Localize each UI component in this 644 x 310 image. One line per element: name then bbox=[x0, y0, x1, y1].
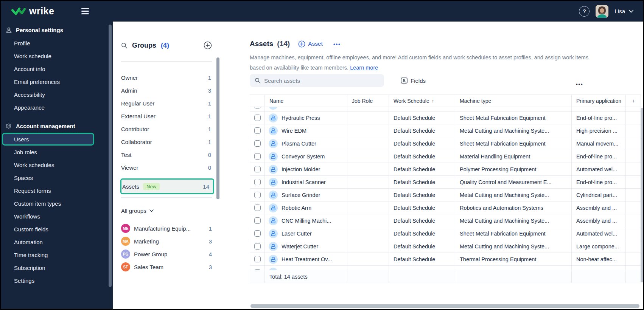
sidebar-item-users[interactable]: Users bbox=[2, 133, 94, 146]
sidebar-item[interactable]: Job roles bbox=[1, 146, 100, 158]
table-row[interactable]: Conveyor System Default Schedule Materia… bbox=[250, 150, 641, 163]
more-options-icon[interactable]: ••• bbox=[333, 41, 341, 47]
group-item[interactable]: ST Sales Team 3 bbox=[121, 260, 212, 273]
learn-more-link[interactable]: Learn more bbox=[350, 65, 378, 71]
sidebar-item[interactable]: Profile bbox=[1, 37, 100, 50]
sidebar-item[interactable]: Custom fields bbox=[1, 223, 100, 236]
table-row[interactable]: Laser Cutter Default Schedule Sheet Meta… bbox=[250, 227, 641, 240]
column-header-name[interactable]: Name bbox=[265, 95, 347, 107]
role-group-item[interactable]: Viewer 0 bbox=[121, 161, 212, 174]
account-management-header[interactable]: Account management bbox=[1, 119, 113, 133]
sidebar-item[interactable]: Account info bbox=[1, 62, 100, 75]
divider bbox=[121, 176, 212, 176]
asset-icon bbox=[269, 139, 278, 148]
table-row[interactable]: Waterjet Cutter Default Schedule Metal C… bbox=[250, 240, 641, 253]
user-name[interactable]: Lisa bbox=[614, 8, 625, 14]
row-checkbox[interactable] bbox=[254, 115, 261, 121]
vertical-scrollbar[interactable] bbox=[641, 108, 643, 282]
select-all-cell[interactable] bbox=[250, 95, 265, 107]
sidebar-item[interactable]: Request forms bbox=[1, 184, 100, 197]
search-icon[interactable] bbox=[121, 42, 128, 49]
table-row[interactable]: Plasma Cutter Default Schedule Sheet Met… bbox=[250, 137, 641, 150]
wrike-logo[interactable]: wrike bbox=[11, 6, 54, 17]
table-more-icon[interactable]: ••• bbox=[576, 81, 583, 87]
menu-icon[interactable] bbox=[81, 8, 89, 14]
row-checkbox[interactable] bbox=[254, 127, 261, 134]
role-group-item[interactable]: Owner 1 bbox=[121, 71, 212, 84]
groups-panel-scrollbar[interactable] bbox=[216, 57, 219, 199]
sidebar-item[interactable]: Automation bbox=[1, 236, 100, 248]
sidebar-item[interactable]: Spaces bbox=[1, 171, 100, 184]
asset-name: Surface Grinder bbox=[282, 192, 320, 198]
help-icon[interactable]: ? bbox=[579, 6, 590, 17]
partial-row-top bbox=[250, 107, 641, 112]
row-checkbox[interactable] bbox=[254, 140, 261, 147]
role-group-item[interactable]: Contributor 1 bbox=[121, 122, 212, 135]
chevron-down-icon[interactable] bbox=[629, 10, 633, 13]
sidebar-item[interactable]: Work schedule bbox=[1, 50, 100, 62]
sidebar-item[interactable]: Workflows bbox=[1, 210, 100, 223]
job-role-cell bbox=[347, 163, 389, 175]
job-role-cell bbox=[347, 189, 389, 201]
row-checkbox[interactable] bbox=[254, 179, 261, 185]
avatar[interactable] bbox=[596, 5, 608, 18]
column-header-primary-application[interactable]: Primary application bbox=[572, 95, 626, 107]
row-checkbox[interactable] bbox=[254, 153, 261, 160]
horizontal-scrollbar[interactable] bbox=[250, 304, 639, 308]
assets-group-item[interactable]: Assets New 14 bbox=[120, 178, 214, 194]
sidebar-item[interactable]: Appearance bbox=[1, 101, 100, 114]
add-asset-button[interactable]: Asset bbox=[298, 40, 323, 48]
row-checkbox[interactable] bbox=[254, 217, 261, 224]
machine-type-cell: Metal Cutting and Machining Syste... bbox=[455, 189, 572, 201]
role-group-item[interactable]: External User 1 bbox=[121, 110, 212, 122]
table-row[interactable]: Wire EDM Default Schedule Metal Cutting … bbox=[250, 124, 641, 137]
search-assets-input[interactable] bbox=[250, 74, 384, 87]
sidebar-item[interactable]: Accessibility bbox=[1, 88, 100, 101]
row-checkbox[interactable] bbox=[254, 269, 261, 270]
table-row[interactable]: Industrial Scanner Default Schedule Qual… bbox=[250, 176, 641, 189]
sidebar-item[interactable]: Work schedules bbox=[1, 158, 100, 171]
sidebar-item[interactable]: Subscription bbox=[1, 261, 100, 274]
table-footer-row: Total: 14 assets bbox=[250, 270, 641, 283]
add-column-button[interactable]: + bbox=[626, 95, 641, 107]
row-checkbox[interactable] bbox=[254, 243, 261, 250]
table-row[interactable]: CNC Milling Machi... Default Schedule Me… bbox=[250, 214, 641, 227]
table-row[interactable]: Surface Grinder Default Schedule Metal C… bbox=[250, 189, 641, 202]
role-group-item[interactable]: Test 0 bbox=[121, 148, 212, 161]
group-avatar: ST bbox=[121, 262, 130, 271]
role-group-item[interactable]: Collaborator 1 bbox=[121, 135, 212, 148]
table-row[interactable]: Injection Molder Default Schedule Polyme… bbox=[250, 163, 641, 176]
sort-asc-icon[interactable]: ↑ bbox=[432, 98, 434, 104]
work-schedule-cell: Default Schedule bbox=[389, 227, 455, 240]
add-group-icon[interactable] bbox=[204, 41, 212, 50]
sidebar-item[interactable]: Custom item types bbox=[1, 197, 100, 210]
column-header-machine-type[interactable]: Machine type bbox=[455, 95, 572, 107]
column-header-job-role[interactable]: Job Role bbox=[347, 95, 389, 107]
asset-name: Plasma Cutter bbox=[282, 141, 316, 147]
assets-count: (14) bbox=[277, 40, 290, 48]
group-item[interactable]: MA Marketing 3 bbox=[121, 235, 212, 248]
role-group-item[interactable]: Admin 3 bbox=[121, 84, 212, 97]
sidebar-item[interactable]: Email preferences bbox=[1, 75, 100, 88]
row-checkbox[interactable] bbox=[254, 230, 261, 237]
all-groups-toggle[interactable]: All groups bbox=[121, 205, 212, 216]
sidebar-scrollbar[interactable] bbox=[109, 25, 112, 287]
fields-button[interactable]: Fields bbox=[401, 78, 426, 84]
role-group-item[interactable]: Regular User 1 bbox=[121, 97, 212, 110]
sidebar-item[interactable]: Settings bbox=[1, 274, 100, 287]
table-row[interactable]: Heat Treatment Ov... Default Schedule Th… bbox=[250, 253, 641, 266]
total-assets-label: Total: 14 assets bbox=[265, 270, 347, 283]
row-checkbox[interactable] bbox=[254, 192, 261, 198]
row-checkbox[interactable] bbox=[254, 166, 261, 172]
personal-settings-header[interactable]: Personal settings bbox=[1, 23, 113, 37]
row-checkbox[interactable] bbox=[254, 205, 261, 211]
sidebar-item[interactable]: Time tracking bbox=[1, 248, 100, 261]
groups-count: (4) bbox=[161, 42, 169, 50]
row-checkbox[interactable] bbox=[254, 256, 261, 262]
table-row[interactable]: Robotic Arm Default Schedule Robotics an… bbox=[250, 202, 641, 214]
group-item[interactable]: PG Power Group 4 bbox=[121, 248, 212, 260]
table-row[interactable]: Hydraulic Press Default Schedule Sheet M… bbox=[250, 112, 641, 124]
column-header-work-schedule[interactable]: Work Schedule↑ bbox=[389, 95, 455, 107]
group-item[interactable]: ME Manufacturing Equip... 1 bbox=[121, 222, 212, 235]
row-checkbox[interactable] bbox=[254, 107, 261, 108]
